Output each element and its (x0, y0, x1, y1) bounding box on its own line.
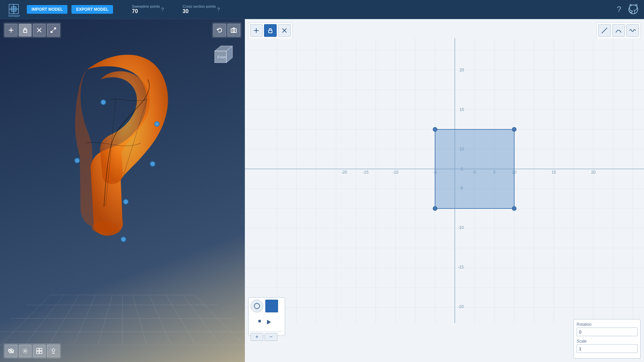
left-panel-3d: Front (0, 19, 245, 362)
svg-text:20: 20 (591, 170, 596, 175)
svg-text:15: 15 (460, 107, 464, 112)
circle-shape-button[interactable] (251, 300, 263, 312)
svg-line-46 (166, 295, 196, 345)
svg-line-42 (98, 295, 112, 345)
rotation-row: Rotation (577, 322, 638, 336)
shape-panel: + − (248, 297, 285, 336)
svg-text:-15: -15 (458, 265, 464, 269)
animation-controls (251, 315, 283, 329)
shape-selector (251, 300, 283, 312)
export-model-button[interactable]: EXPORT MODEL (71, 5, 113, 14)
svg-rect-107 (435, 129, 514, 208)
rotation-label: Rotation (577, 322, 638, 327)
import-model-button[interactable]: IMPORT MODEL (27, 5, 67, 14)
crosssection-help-icon[interactable]: ? (217, 7, 220, 12)
rotation-input[interactable] (577, 327, 638, 336)
square-shape-button[interactable] (265, 300, 278, 312)
svg-point-24 (24, 350, 26, 352)
sweepline-label: Sweepline points (132, 4, 160, 8)
sweepline-value: 70 (132, 8, 160, 14)
svg-line-41 (73, 295, 96, 345)
svg-point-14 (233, 30, 235, 32)
view-cube: Front (211, 43, 235, 66)
svg-line-21 (123, 99, 147, 176)
wave-tool-button[interactable] (626, 24, 639, 37)
crosssection-value: 30 (182, 8, 216, 14)
svg-rect-26 (40, 348, 42, 351)
scale-label: Scale (577, 339, 638, 344)
sweepline-help-icon[interactable]: ? (161, 7, 164, 12)
properties-panel: Rotation Scale (574, 319, 641, 359)
right-toolbar-right (596, 22, 641, 39)
svg-point-110 (433, 206, 437, 210)
svg-rect-25 (37, 348, 39, 351)
header-right: ? (617, 4, 639, 15)
scale-row: Scale (577, 339, 638, 353)
svg-line-20 (106, 99, 116, 206)
svg-line-38 (0, 295, 50, 345)
grid-button[interactable] (33, 345, 46, 357)
svg-rect-51 (269, 30, 272, 33)
svg-text:-15: -15 (363, 170, 369, 175)
svg-text:-20: -20 (458, 304, 464, 309)
svg-line-48 (195, 295, 245, 345)
sweepline-param: Sweepline points 70 ? (125, 4, 164, 14)
svg-line-31 (51, 349, 51, 349)
crosssection-label: Cross section points (182, 4, 216, 8)
svg-rect-4 (11, 7, 16, 11)
svg-point-29 (52, 349, 55, 352)
svg-point-111 (512, 206, 516, 210)
light-button[interactable] (47, 345, 60, 357)
undo-button[interactable] (213, 24, 226, 37)
svg-line-32 (56, 349, 56, 349)
view-cube-svg: Front (211, 43, 235, 66)
svg-point-108 (433, 127, 437, 131)
add-point-button[interactable] (5, 24, 17, 37)
svg-rect-8 (23, 30, 27, 33)
scale-input[interactable] (577, 344, 638, 353)
header: Sweeper IMPORT MODEL EXPORT MODEL Sweepl… (0, 0, 644, 19)
right-add-button[interactable] (250, 24, 263, 37)
svg-line-45 (149, 295, 171, 345)
logo: Sweeper (5, 1, 23, 18)
svg-text:-20: -20 (341, 170, 347, 175)
sweep-lines-svg (34, 53, 215, 247)
svg-line-47 (183, 295, 220, 345)
svg-line-40 (49, 295, 79, 345)
curve-tool-button[interactable] (612, 24, 625, 37)
toggle-visibility-button[interactable] (5, 345, 17, 357)
play-button[interactable] (262, 316, 275, 328)
svg-text:Front: Front (217, 55, 227, 59)
help-icon[interactable]: ? (617, 5, 621, 14)
grid-canvas: -20 -15 -10 -5 0 5 10 15 20 20 15 10 5 -… (245, 38, 644, 323)
svg-text:20: 20 (460, 68, 464, 72)
close-button[interactable] (33, 24, 46, 37)
right-lock-button[interactable] (264, 24, 277, 37)
record-dot (258, 320, 261, 322)
left-toolbar-right (212, 22, 241, 38)
svg-rect-27 (37, 351, 39, 354)
logo-text: Sweeper (8, 14, 20, 17)
remove-shape-button[interactable]: − (265, 333, 277, 341)
right-close-button[interactable] (278, 24, 291, 37)
github-icon[interactable] (628, 4, 639, 15)
right-panel-2d: -20 -15 -10 -5 0 5 10 15 20 20 15 10 5 -… (245, 19, 644, 362)
right-toolbar (248, 22, 292, 39)
svg-marker-113 (267, 320, 271, 324)
svg-point-109 (512, 127, 516, 131)
settings-button[interactable] (19, 345, 32, 357)
add-remove-controls: + − (251, 331, 283, 341)
camera-button[interactable] (227, 24, 240, 37)
add-shape-button[interactable]: + (251, 333, 263, 341)
svg-text:15: 15 (551, 170, 556, 175)
svg-text:-10: -10 (392, 170, 398, 175)
left-bottom-toolbar (3, 343, 61, 359)
svg-line-54 (602, 28, 607, 33)
line-tool-button[interactable] (598, 24, 611, 37)
crosssection-param: Cross section points 30 ? (176, 4, 220, 14)
svg-text:-10: -10 (458, 225, 464, 230)
floor-grid (0, 245, 245, 345)
lock-button[interactable] (19, 24, 32, 37)
expand-button[interactable] (47, 24, 60, 37)
left-toolbar (3, 22, 61, 38)
